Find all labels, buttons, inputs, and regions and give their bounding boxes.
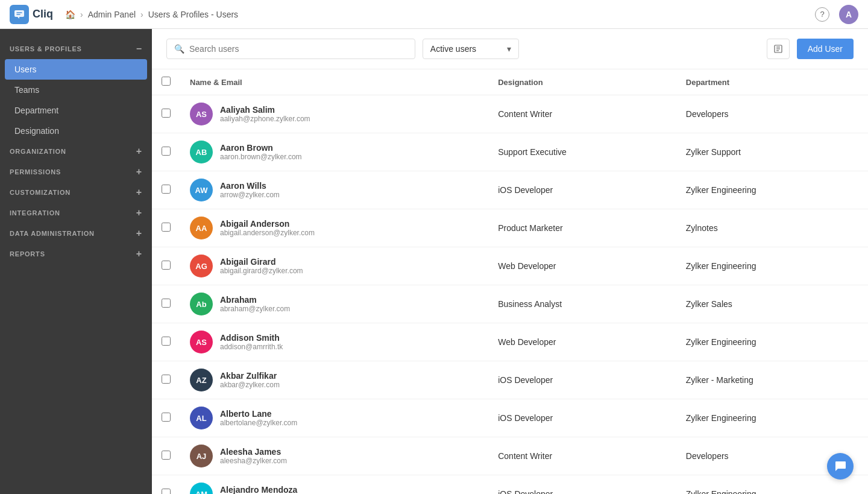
user-name: Aleesha James bbox=[220, 447, 287, 457]
user-name: Aaliyah Salim bbox=[220, 105, 310, 115]
sidebar-expand-org[interactable]: + bbox=[136, 146, 142, 157]
export-button[interactable] bbox=[767, 39, 790, 59]
table-header-row: Name & Email Designation Department bbox=[152, 69, 868, 95]
user-designation: Support Executive bbox=[488, 133, 676, 171]
svg-rect-0 bbox=[14, 10, 24, 17]
user-cell: AW Aaron Wills arrow@zylker.com bbox=[180, 171, 488, 209]
row-checkbox[interactable] bbox=[162, 413, 171, 422]
sidebar-item-teams[interactable]: Teams bbox=[0, 80, 152, 100]
user-name: Abraham bbox=[220, 295, 290, 305]
sidebar-item-users[interactable]: Users bbox=[5, 59, 147, 80]
select-all-checkbox[interactable] bbox=[162, 77, 171, 86]
user-avatar-icon: AZ bbox=[190, 369, 213, 391]
search-input[interactable] bbox=[189, 44, 407, 54]
row-checkbox-cell bbox=[152, 285, 180, 323]
sidebar-section-integration: INTEGRATION + bbox=[0, 203, 152, 223]
sidebar-section-label-data: DATA ADMINISTRATION bbox=[10, 230, 95, 237]
user-department: Zylker Engineering bbox=[676, 323, 868, 361]
filter-label: Active users bbox=[430, 44, 476, 54]
user-name: Abigail Anderson bbox=[220, 219, 315, 229]
user-cell: AL Alberto Lane albertolane@zylker.com bbox=[180, 399, 488, 437]
user-avatar-icon: AM bbox=[190, 483, 213, 494]
row-checkbox[interactable] bbox=[162, 261, 171, 270]
row-checkbox[interactable] bbox=[162, 147, 171, 156]
sidebar-expand-integ[interactable]: + bbox=[136, 207, 142, 218]
sidebar-section-data-admin: DATA ADMINISTRATION + bbox=[0, 223, 152, 244]
row-checkbox[interactable] bbox=[162, 299, 171, 308]
user-email: akbar@zylker.com bbox=[220, 381, 280, 389]
logo-icon bbox=[10, 5, 29, 24]
user-email: abraham@zylker.com bbox=[220, 305, 290, 313]
user-avatar-icon: AB bbox=[190, 141, 213, 163]
user-designation: iOS Developer bbox=[488, 399, 676, 437]
breadcrumb-separator: › bbox=[80, 10, 83, 19]
users-table: Name & Email Designation Department AS A… bbox=[152, 69, 868, 494]
breadcrumb-admin[interactable]: Admin Panel bbox=[88, 10, 136, 19]
users-tbody: AS Aaliyah Salim aaliyah@zphone.zylker.c… bbox=[152, 95, 868, 495]
row-checkbox[interactable] bbox=[162, 109, 171, 118]
user-cell: AA Abigail Anderson abigail.anderson@zyl… bbox=[180, 209, 488, 247]
add-user-button[interactable]: Add User bbox=[797, 39, 854, 59]
sidebar-section-users-profiles: USERS & PROFILES − bbox=[0, 39, 152, 59]
user-avatar-icon: Ab bbox=[190, 293, 213, 315]
user-designation: iOS Developer bbox=[488, 171, 676, 209]
user-email: albertolane@zylker.com bbox=[220, 419, 297, 427]
table-row: AZ Akbar Zulfikar akbar@zylker.com iOS D… bbox=[152, 361, 868, 399]
user-name: Addison Smith bbox=[220, 333, 283, 343]
row-checkbox[interactable] bbox=[162, 375, 171, 384]
sidebar-expand-custom[interactable]: + bbox=[136, 187, 142, 198]
table-row: AJ Aleesha James aleesha@zylker.com Cont… bbox=[152, 437, 868, 475]
user-avatar-icon: AA bbox=[190, 217, 213, 239]
logo[interactable]: Cliq bbox=[10, 5, 53, 24]
row-checkbox-cell bbox=[152, 323, 180, 361]
row-checkbox[interactable] bbox=[162, 451, 171, 460]
chat-fab-button[interactable] bbox=[827, 453, 854, 480]
row-checkbox[interactable] bbox=[162, 337, 171, 346]
table-row: AS Aaliyah Salim aaliyah@zphone.zylker.c… bbox=[152, 95, 868, 133]
breadcrumb-current: Users & Profiles - Users bbox=[148, 10, 238, 19]
filter-dropdown[interactable]: Active users ▾ bbox=[423, 39, 519, 59]
select-all-col bbox=[152, 69, 180, 95]
user-department: Zylker Engineering bbox=[676, 399, 868, 437]
sidebar-collapse-icon[interactable]: − bbox=[136, 43, 142, 54]
row-checkbox-cell bbox=[152, 437, 180, 475]
user-cell: AB Aaron Brown aaron.brown@zylker.com bbox=[180, 133, 488, 171]
sidebar-expand-rep[interactable]: + bbox=[136, 249, 142, 259]
user-designation: Content Writer bbox=[488, 437, 676, 475]
sidebar-item-designation[interactable]: Designation bbox=[0, 121, 152, 141]
user-name: Alejandro Mendoza bbox=[220, 485, 297, 494]
user-cell: AS Aaliyah Salim aaliyah@zphone.zylker.c… bbox=[180, 95, 488, 133]
main-content: 🔍 Active users ▾ Add User bbox=[152, 29, 868, 494]
search-box[interactable]: 🔍 bbox=[166, 39, 415, 59]
user-email: aaliyah@zphone.zylker.com bbox=[220, 115, 310, 123]
row-checkbox[interactable] bbox=[162, 185, 171, 194]
sidebar-expand-data[interactable]: + bbox=[136, 228, 142, 239]
layout: USERS & PROFILES − Users Teams Departmen… bbox=[0, 29, 868, 494]
table-row: AL Alberto Lane albertolane@zylker.com i… bbox=[152, 399, 868, 437]
row-checkbox-cell bbox=[152, 95, 180, 133]
user-name: Aaron Brown bbox=[220, 143, 302, 153]
user-department: Zylnotes bbox=[676, 209, 868, 247]
user-avatar[interactable]: A bbox=[839, 5, 858, 24]
home-icon[interactable]: 🏠 bbox=[65, 10, 75, 19]
row-checkbox-cell bbox=[152, 171, 180, 209]
row-checkbox-cell bbox=[152, 475, 180, 495]
sidebar-section-organization: ORGANIZATION + bbox=[0, 141, 152, 162]
row-checkbox[interactable] bbox=[162, 489, 171, 494]
user-email: arrow@zylker.com bbox=[220, 191, 280, 199]
row-checkbox[interactable] bbox=[162, 223, 171, 232]
export-icon bbox=[773, 44, 783, 54]
sidebar-item-department[interactable]: Department bbox=[0, 100, 152, 121]
help-button[interactable]: ? bbox=[815, 7, 829, 22]
sidebar-section-label-perm: PERMISSIONS bbox=[10, 168, 61, 176]
table-row: AM Alejandro Mendoza alejandro@zylker.co… bbox=[152, 475, 868, 495]
user-name: Abigail Girard bbox=[220, 257, 303, 267]
sidebar-expand-perm[interactable]: + bbox=[136, 166, 142, 177]
row-checkbox-cell bbox=[152, 399, 180, 437]
user-department: Developers bbox=[676, 95, 868, 133]
table-row: AW Aaron Wills arrow@zylker.com iOS Deve… bbox=[152, 171, 868, 209]
user-avatar-icon: AJ bbox=[190, 445, 213, 467]
table-row: AS Addison Smith addison@amrrith.tk Web … bbox=[152, 323, 868, 361]
toolbar: 🔍 Active users ▾ Add User bbox=[152, 29, 868, 69]
user-department: Zylker - Marketing bbox=[676, 361, 868, 399]
